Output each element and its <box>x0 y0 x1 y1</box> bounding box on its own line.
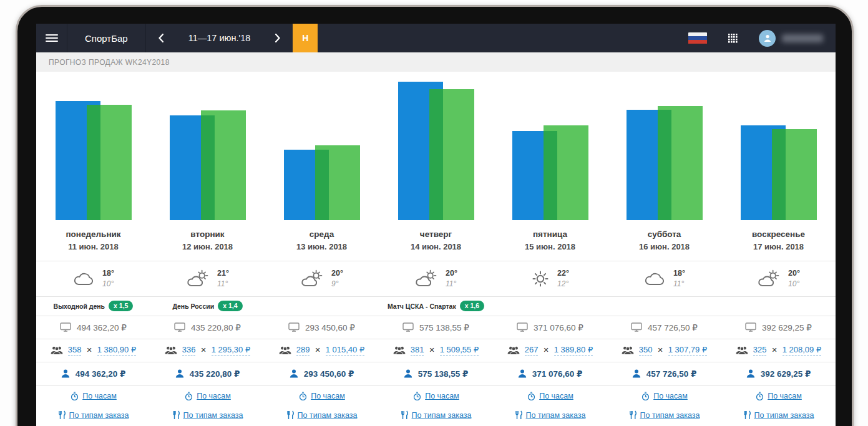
temperature-block: 18° 11° <box>673 268 685 289</box>
by-hours-link[interactable]: По часам <box>311 392 345 400</box>
user-avatar[interactable] <box>759 30 776 47</box>
cutlery-icon <box>172 410 180 420</box>
temperature-block: 20° 10° <box>788 268 800 289</box>
weekday-label: пятница <box>493 228 607 241</box>
system-forecast-cell: 293 450,60 ₽ <box>265 316 379 339</box>
temp-high: 22° <box>557 268 569 279</box>
app-screen: СпортБар 11—17 июн.'18 Н <box>36 24 836 426</box>
guests-total-amount: 293 450,60 ₽ <box>304 369 354 379</box>
day-labels: вторник 12 июн. 2018 <box>150 220 265 261</box>
by-order-types-link[interactable]: По типам заказа <box>526 411 586 420</box>
russia-flag-icon[interactable] <box>688 32 707 44</box>
temp-high: 18° <box>673 268 685 279</box>
temperature-block: 20° 11° <box>446 268 457 289</box>
temp-high: 20° <box>446 268 457 279</box>
person-icon <box>518 369 527 378</box>
temp-low: 11° <box>673 279 685 289</box>
day-bar-group <box>721 75 836 220</box>
navbar-spacer <box>318 24 688 52</box>
day-column: вторник 12 июн. 2018 <box>150 72 265 424</box>
by-order-types-cell: По типам заказа <box>36 407 150 424</box>
prev-week-button[interactable] <box>146 24 176 52</box>
by-order-types-link[interactable]: По типам заказа <box>183 411 243 420</box>
quick-nav-button[interactable]: Н <box>293 24 318 52</box>
day-column: понедельник 11 июн. 2018 <box>36 72 150 424</box>
temp-low: 11° <box>446 279 457 289</box>
event-info: Матч ЦСКА - Спартак x 1,6 <box>388 301 484 311</box>
sun-behind-cloud-icon <box>300 269 324 288</box>
guests-group-icon <box>736 346 748 355</box>
guests-count-link[interactable]: 381 <box>411 345 424 356</box>
by-hours-link[interactable]: По часам <box>425 392 459 400</box>
multiply-symbol: ✕ <box>86 346 92 354</box>
by-hours-link[interactable]: По часам <box>82 392 117 400</box>
event-label: Матч ЦСКА - Спартак <box>388 303 456 310</box>
by-hours-link[interactable]: По часам <box>197 392 231 400</box>
hamburger-menu-button[interactable] <box>36 24 67 52</box>
avg-check-link[interactable]: 1 380,90 ₽ <box>97 345 137 356</box>
sun-icon <box>531 269 550 288</box>
event-cell <box>493 296 607 316</box>
weekday-label: четверг <box>379 228 493 241</box>
guests-total-cell: 293 450,60 ₽ <box>265 362 379 385</box>
by-hours-link[interactable]: По часам <box>653 392 688 400</box>
by-order-types-cell: По типам заказа <box>150 407 265 424</box>
guests-count-link[interactable]: 289 <box>296 345 310 356</box>
multiply-symbol: ✕ <box>543 346 549 354</box>
by-order-types-cell: По типам заказа <box>379 407 493 424</box>
by-order-types-link[interactable]: По типам заказа <box>69 411 129 420</box>
weekday-label: среда <box>265 228 379 241</box>
avg-check-link[interactable]: 1 295,30 ₽ <box>212 345 251 356</box>
system-forecast-amount: 371 076,60 ₽ <box>534 322 583 332</box>
person-icon <box>404 369 412 378</box>
guests-count-link[interactable]: 358 <box>68 345 82 356</box>
top-navbar: СпортБар 11—17 июн.'18 Н <box>36 24 836 52</box>
user-name-redacted[interactable] <box>782 34 823 42</box>
event-label: Выходной день <box>54 303 105 310</box>
day-labels: понедельник 11 июн. 2018 <box>36 220 150 261</box>
day-bar-group <box>265 75 379 220</box>
apps-grid-icon[interactable] <box>728 34 738 43</box>
by-order-types-link[interactable]: По типам заказа <box>640 411 700 420</box>
guests-count-link[interactable]: 267 <box>525 345 539 356</box>
temp-high: 20° <box>788 268 800 279</box>
by-hours-link[interactable]: По часам <box>768 392 802 400</box>
avg-check-link[interactable]: 1 307,79 ₽ <box>668 345 708 356</box>
day-bar-group <box>36 75 150 220</box>
by-order-types-link[interactable]: По типам заказа <box>754 411 814 420</box>
by-order-types-link[interactable]: По типам заказа <box>412 411 472 420</box>
guests-total-amount: 435 220,80 ₽ <box>190 369 240 379</box>
forecast-chart: понедельник 11 июн. 2018 <box>36 72 836 424</box>
avg-check-link[interactable]: 1 509,55 ₽ <box>440 345 479 356</box>
avg-check-link[interactable]: 1 389,80 ₽ <box>554 345 593 356</box>
guests-group-icon <box>393 346 406 355</box>
weather-cell: 18° 11° <box>607 261 721 296</box>
system-forecast-cell: 494 362,20 ₽ <box>36 316 150 339</box>
by-order-types-link[interactable]: По типам заказа <box>298 411 358 420</box>
day-column: воскресенье 17 июн. 2018 <box>721 72 836 424</box>
cutlery-icon <box>286 410 295 420</box>
clock-icon <box>641 392 650 401</box>
guests-count-link[interactable]: 350 <box>639 345 653 356</box>
system-forecast-amount: 494 362,20 ₽ <box>77 322 127 332</box>
by-hours-link[interactable]: По часам <box>539 392 573 400</box>
event-cell: День России x 1,4 <box>150 296 265 316</box>
event-info: День России x 1,4 <box>172 301 242 311</box>
guests-count-link[interactable]: 336 <box>182 345 196 356</box>
temp-high: 21° <box>217 268 229 279</box>
cloud-icon <box>643 271 666 286</box>
avg-check-link[interactable]: 1 208,09 ₽ <box>783 345 822 356</box>
guests-count-link[interactable]: 325 <box>753 345 767 356</box>
day-labels: среда 13 июн. 2018 <box>265 220 379 261</box>
date-label: 16 июн. 2018 <box>607 241 721 253</box>
person-icon <box>746 369 755 378</box>
multiply-symbol: ✕ <box>315 346 320 354</box>
guests-calc-cell: 381 ✕ 1 509,55 ₽ <box>379 339 493 362</box>
temperature-block: 21° 11° <box>217 268 229 289</box>
next-week-button[interactable] <box>263 24 293 52</box>
avg-check-link[interactable]: 1 015,40 ₽ <box>326 345 365 356</box>
system-forecast-cell: 392 629,25 ₽ <box>721 316 836 339</box>
week-period-selector[interactable]: 11—17 июн.'18 <box>176 24 263 52</box>
temperature-block: 18° 10° <box>102 268 114 289</box>
hamburger-icon <box>46 34 58 42</box>
